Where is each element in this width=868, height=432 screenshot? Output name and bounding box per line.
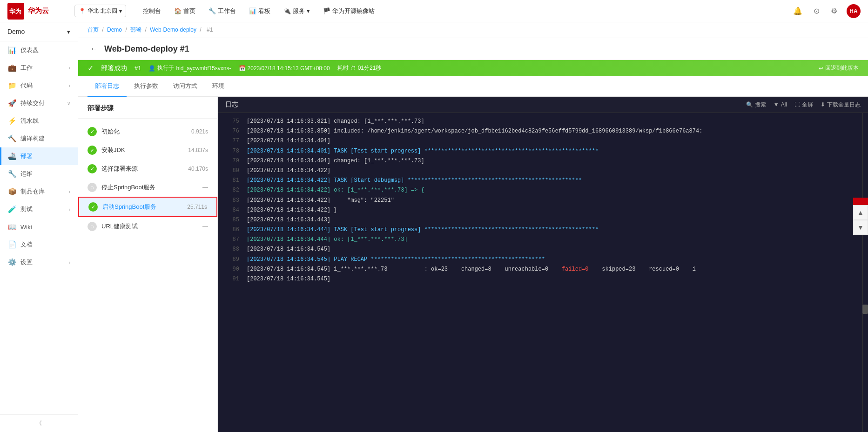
sidebar-item-dashboard[interactable]: 📊 仪表盘: [0, 41, 78, 59]
page-tabs: 部署日志 执行参数 访问方式 环境: [78, 76, 868, 97]
settings-icon[interactable]: ⚙: [829, 5, 839, 17]
log-actions: 🔍 搜索 ▼ All ⛶ 全屏 ⬇ 下载全量日: [746, 101, 861, 109]
sidebar-item-label: 代码: [20, 81, 65, 90]
step-item-stop-spring[interactable]: ○ 停止SpringBoot服务 —: [78, 178, 217, 197]
region-selector[interactable]: 📍 华北-北京四 ▾: [74, 5, 126, 17]
search-icon: 🔍: [746, 101, 753, 108]
chevron-right-icon: ›: [69, 260, 70, 265]
nav-item-home[interactable]: 🏠 首页: [168, 4, 201, 18]
test-icon: 🧪: [7, 205, 17, 213]
help-icon[interactable]: ⊙: [812, 5, 821, 17]
sidebar-item-label: 持续交付: [20, 99, 63, 107]
sidebar-item-ops[interactable]: 🔧 运维: [0, 165, 78, 183]
sidebar-item-deploy[interactable]: 🚢 部署: [0, 147, 78, 165]
sidebar-item-build[interactable]: 🔨 编译构建: [0, 130, 78, 147]
scroll-down-button[interactable]: ▼: [853, 220, 868, 235]
log-fullscreen-button[interactable]: ⛶ 全屏: [794, 101, 813, 109]
log-line-90: 90 [2023/07/18 14:16:34.545] 1_***.***.*…: [218, 265, 862, 274]
step-item-source[interactable]: ✓ 选择部署来源 40.170s: [78, 160, 217, 178]
nav-item-control[interactable]: 控制台: [137, 4, 167, 18]
sidebar-item-label: Wiki: [20, 224, 70, 231]
step-item-init[interactable]: ✓ 初始化 0.921s: [78, 122, 217, 141]
breadcrumb-home[interactable]: 首页: [87, 27, 99, 33]
clock-icon: ⏱: [350, 65, 356, 72]
tab-access-mode[interactable]: 访问方式: [166, 76, 205, 97]
log-search-button[interactable]: 🔍 搜索: [746, 101, 766, 109]
step-duration: —: [202, 184, 208, 191]
step-duration: 25.711s: [187, 204, 207, 210]
sidebar-item-code[interactable]: 📁 代码 ›: [0, 77, 78, 94]
sidebar-collapse-button[interactable]: 《: [0, 414, 78, 432]
build-icon: 🔨: [7, 134, 17, 143]
tab-deploy-log[interactable]: 部署日志: [87, 76, 127, 97]
step-skip-icon: ○: [87, 222, 97, 231]
step-item-url-check[interactable]: ○ URL健康测试 —: [78, 217, 217, 236]
step-success-icon: ✓: [87, 164, 97, 173]
log-line: 89 [2023/07/18 14:16:34.545] PLAY RECAP …: [218, 255, 862, 265]
log-panel: 日志 🔍 搜索 ▼ All ⛶ 全屏: [218, 97, 868, 432]
log-title: 日志: [225, 100, 238, 109]
page-title: Web-Demo-deploy #1: [104, 44, 189, 54]
step-duration: 14.837s: [188, 147, 208, 153]
breadcrumb-pipeline[interactable]: Web-Demo-deploy: [150, 27, 196, 33]
nav-item-service[interactable]: 🔌 服务 ▾: [278, 4, 316, 18]
region-label: 华北-北京四: [87, 7, 117, 15]
brand-logo[interactable]: 华为 华为云: [7, 3, 63, 20]
log-line: 81 [2023/07/18 14:16:34.422] TASK [Start…: [218, 176, 862, 186]
calendar-icon: 📅: [239, 65, 246, 72]
log-line: 85 [2023/07/18 14:16:34.443]: [218, 215, 862, 225]
sidebar-item-docs[interactable]: 📄 文档: [0, 236, 78, 253]
code-icon: 📁: [7, 81, 17, 90]
ci-icon: 🚀: [7, 99, 17, 107]
main-content: 首页 / Demo / 部署 / Web-Demo-deploy / #1 ← …: [78, 22, 868, 432]
step-item-start-spring[interactable]: ✓ 启动SpringBoot服务 25.711s: [78, 197, 217, 217]
sidebar-item-work[interactable]: 💼 工作 ›: [0, 59, 78, 77]
tab-exec-params[interactable]: 执行参数: [127, 76, 166, 97]
rollback-button[interactable]: ↩ 回退到此版本: [819, 64, 859, 72]
sidebar-item-label: 文档: [20, 240, 70, 249]
consult-button[interactable]: 咨询: [853, 198, 868, 205]
sidebar-item-wiki[interactable]: 📖 Wiki: [0, 218, 78, 236]
project-selector[interactable]: Demo ▾: [0, 22, 78, 41]
breadcrumb-deploy[interactable]: 部署: [130, 27, 141, 33]
log-filter-button[interactable]: ▼ All: [774, 101, 787, 108]
nav-item-mirror[interactable]: 🏴 华为开源镜像站: [317, 4, 380, 18]
log-body: 75 [2023/07/18 14:16:33.821] changed: [1…: [218, 113, 862, 432]
top-nav-right: 🔔 ⊙ ⚙ HA: [791, 4, 861, 18]
step-success-icon: ✓: [87, 127, 97, 136]
brand-name: 华为云: [28, 7, 49, 15]
nav-item-kanban[interactable]: 📊 看板: [243, 4, 276, 18]
log-line: 87 [2023/07/18 14:16:34.444] ok: [1_***.…: [218, 235, 862, 245]
chevron-right-icon: ›: [69, 66, 70, 71]
location-icon: 📍: [79, 8, 86, 14]
log-minimap[interactable]: [862, 113, 868, 432]
work-icon: 💼: [7, 64, 17, 72]
sidebar-item-artifacts[interactable]: 📦 制品仓库 ›: [0, 183, 78, 200]
artifacts-icon: 📦: [7, 187, 17, 196]
sidebar-item-label: 测试: [20, 205, 65, 213]
back-button[interactable]: ←: [87, 44, 101, 54]
sidebar-item-test[interactable]: 🧪 测试 ›: [0, 200, 78, 218]
sidebar-item-settings[interactable]: ⚙️ 设置 ›: [0, 253, 78, 271]
success-icon: ✓: [87, 64, 94, 73]
step-duration: 40.170s: [188, 166, 208, 172]
sidebar-item-label: 部署: [20, 152, 70, 160]
avatar[interactable]: HA: [847, 4, 861, 18]
step-item-jdk[interactable]: ✓ 安装JDK 14.837s: [78, 141, 217, 160]
log-download-button[interactable]: ⬇ 下载全量日志: [821, 101, 861, 109]
top-navigation: 华为 华为云 📍 华北-北京四 ▾ 控制台 🏠 首页 🔧 工作台 📊 看板 🔌 …: [0, 0, 868, 22]
datetime-info: 📅 2023/07/18 14:15:13 GMT+08:00: [239, 65, 330, 72]
fullscreen-icon: ⛶: [794, 101, 800, 108]
notification-icon[interactable]: 🔔: [791, 5, 804, 17]
tab-environment[interactable]: 环境: [205, 76, 232, 97]
step-name: 选择部署来源: [101, 165, 183, 173]
sidebar-item-ci[interactable]: 🚀 持续交付 ∨: [0, 94, 78, 112]
scroll-up-button[interactable]: ▲: [853, 205, 868, 220]
home-icon: 🏠: [174, 7, 182, 14]
breadcrumb-demo[interactable]: Demo: [107, 27, 122, 33]
settings-icon: ⚙️: [7, 258, 17, 266]
executor-info: 👤 执行于 hid_aycwmbf15svxns-: [148, 64, 231, 72]
nav-item-workbench[interactable]: 🔧 工作台: [203, 4, 242, 18]
breadcrumb-current: #1: [207, 27, 213, 33]
sidebar-item-pipeline[interactable]: ⚡ 流水线: [0, 112, 78, 130]
